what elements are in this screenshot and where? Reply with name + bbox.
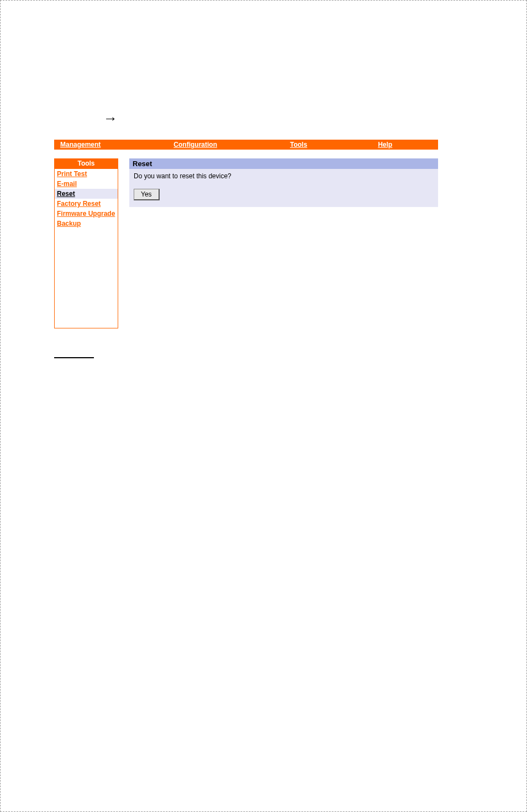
sidebar-item-print-test[interactable]: Print Test <box>55 169 118 179</box>
nav-management[interactable]: Management <box>58 141 103 148</box>
sidebar-item-firmware-upgrade[interactable]: Firmware Upgrade <box>55 209 118 219</box>
sidebar-title: Tools <box>55 159 118 169</box>
sidebar-label-reset: Reset <box>57 190 75 198</box>
breadcrumb-arrow: → <box>103 110 118 127</box>
sidebar-link-email[interactable]: E-mail <box>57 180 77 188</box>
sidebar-link-print-test[interactable]: Print Test <box>57 170 87 178</box>
top-navigation: Management Configuration Tools Help <box>54 140 438 150</box>
sidebar: Tools Print Test E-mail Reset Factory Re… <box>54 158 118 328</box>
content-panel: Reset Do you want to reset this device? … <box>129 158 438 207</box>
yes-button[interactable]: Yes <box>134 189 160 200</box>
bottom-rule <box>54 357 94 358</box>
sidebar-item-factory-reset[interactable]: Factory Reset <box>55 199 118 209</box>
sidebar-item-backup[interactable]: Backup <box>55 219 118 229</box>
app-container: Management Configuration Tools Help Tool… <box>54 140 438 328</box>
nav-tools[interactable]: Tools <box>288 141 309 148</box>
sidebar-link-backup[interactable]: Backup <box>57 220 81 227</box>
body-row: Tools Print Test E-mail Reset Factory Re… <box>54 158 438 328</box>
nav-configuration[interactable]: Configuration <box>171 141 219 148</box>
reset-message: Do you want to reset this device? <box>134 172 434 180</box>
sidebar-link-firmware-upgrade[interactable]: Firmware Upgrade <box>57 210 115 217</box>
content-body: Do you want to reset this device? Yes <box>129 169 438 207</box>
nav-help[interactable]: Help <box>376 141 394 148</box>
sidebar-item-email[interactable]: E-mail <box>55 179 118 189</box>
content-title: Reset <box>129 158 438 169</box>
sidebar-link-factory-reset[interactable]: Factory Reset <box>57 200 101 208</box>
sidebar-item-reset[interactable]: Reset <box>55 189 118 199</box>
